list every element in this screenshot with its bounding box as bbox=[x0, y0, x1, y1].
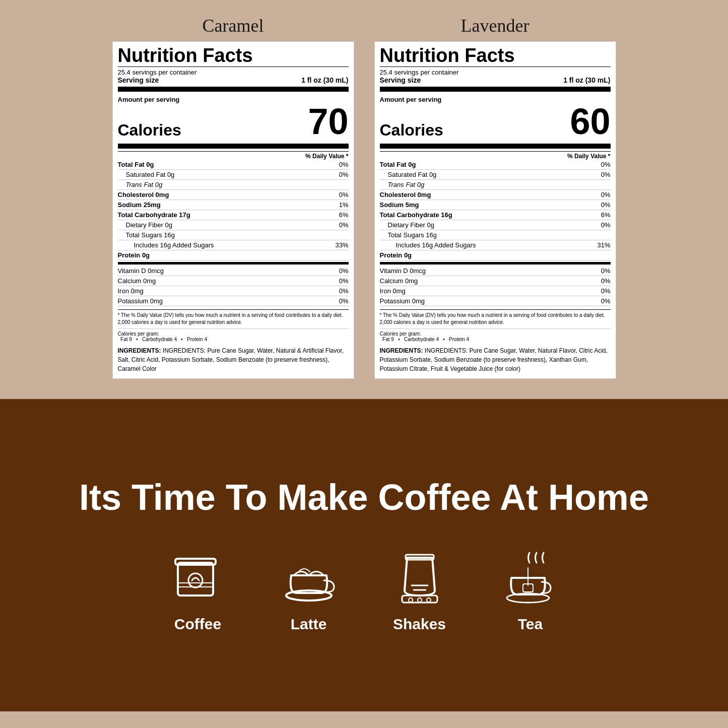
lavender-row-sugars: Total Sugars 16g bbox=[380, 230, 611, 240]
caramel-row-cholesterol: Cholesterol 0mg 0% bbox=[118, 190, 349, 200]
caramel-row-carb: Total Carbohydrate 17g 6% bbox=[118, 210, 349, 220]
caramel-iron: Iron 0mg 0% bbox=[118, 286, 349, 296]
caramel-row-sugars: Total Sugars 16g bbox=[118, 230, 349, 240]
lavender-row-sodium: Sodium 5mg 0% bbox=[380, 200, 611, 210]
caramel-row-satfat: Saturated Fat 0g 0% bbox=[118, 170, 349, 180]
lavender-thick-bar bbox=[380, 87, 611, 92]
svg-point-10 bbox=[409, 598, 413, 602]
caramel-potassium: Potassium 0mg 0% bbox=[118, 296, 349, 306]
lavender-thick-bar2 bbox=[380, 144, 611, 149]
caramel-title: Caramel bbox=[203, 15, 264, 36]
lavender-row-added-sugars: Includes 16g Added Sugars 31% bbox=[380, 240, 611, 250]
shakes-label: Shakes bbox=[393, 616, 446, 633]
icons-row: Coffee Latte bbox=[20, 548, 708, 633]
lavender-row-cholesterol: Cholesterol 0mg 0% bbox=[380, 190, 611, 200]
svg-point-2 bbox=[188, 573, 203, 587]
svg-point-11 bbox=[418, 598, 422, 602]
latte-label: Latte bbox=[291, 616, 327, 633]
lavender-serving-size-row: Serving size 1 fl oz (30 mL) bbox=[380, 76, 611, 84]
lavender-potassium: Potassium 0mg 0% bbox=[380, 296, 611, 306]
caramel-calories-section: Amount per serving Calories 70 bbox=[118, 94, 349, 141]
caramel-nf-panel: Nutrition Facts 25.4 servings per contai… bbox=[112, 41, 354, 379]
lavender-row-carb: Total Carbohydrate 16g 6% bbox=[380, 210, 611, 220]
shakes-icon bbox=[389, 548, 450, 608]
bottom-section: Its Time To Make Coffee At Home Coffee bbox=[0, 399, 728, 711]
lavender-iron: Iron 0mg 0% bbox=[380, 286, 611, 296]
tea-item: Tea bbox=[500, 548, 561, 633]
tea-icon bbox=[500, 548, 561, 608]
svg-rect-0 bbox=[178, 563, 213, 595]
lavender-ingredients: Ingredients: INGREDIENTS: Pure Cane Suga… bbox=[380, 346, 611, 373]
lavender-row-fiber: Dietary Fiber 0g 0% bbox=[380, 220, 611, 230]
caramel-vitamin-d: Vitamin D 0mcg 0% bbox=[118, 266, 349, 276]
shakes-item: Shakes bbox=[389, 548, 450, 633]
latte-item: Latte bbox=[279, 548, 339, 633]
lavender-servings: 25.4 servings per container bbox=[380, 67, 611, 76]
lavender-calcium: Calcium 0mg 0% bbox=[380, 276, 611, 286]
lavender-title: Lavender bbox=[461, 15, 530, 36]
lavender-nf-panel: Nutrition Facts 25.4 servings per contai… bbox=[374, 41, 616, 379]
caramel-row-totalfat: Total Fat 0g 0% bbox=[118, 160, 349, 170]
caramel-row-added-sugars: Includes 16g Added Sugars 33% bbox=[118, 240, 349, 250]
svg-rect-7 bbox=[402, 595, 437, 603]
lavender-row-satfat: Saturated Fat 0g 0% bbox=[380, 170, 611, 180]
latte-icon bbox=[279, 548, 339, 608]
coffee-item: Coffee bbox=[168, 548, 228, 633]
caramel-thick-bar2 bbox=[118, 144, 349, 149]
lavender-nf-title: Nutrition Facts bbox=[380, 46, 611, 65]
caramel-medium-bar bbox=[118, 262, 349, 264]
caramel-cpg: Calories per gram: Fat 9 • Carbohydrate … bbox=[118, 328, 349, 342]
coffee-icon bbox=[168, 548, 228, 608]
lavender-row-transfat: Trans Fat 0g bbox=[380, 180, 611, 190]
caramel-row-fiber: Dietary Fiber 0g 0% bbox=[118, 220, 349, 230]
lavender-column: Lavender Nutrition Facts 25.4 servings p… bbox=[374, 15, 616, 379]
caramel-serving-size-row: Serving size 1 fl oz (30 mL) bbox=[118, 76, 349, 84]
coffee-label: Coffee bbox=[174, 616, 221, 633]
caramel-nf-title: Nutrition Facts bbox=[118, 46, 349, 65]
lavender-row-protein: Protein 0g bbox=[380, 250, 611, 260]
caramel-calcium: Calcium 0mg 0% bbox=[118, 276, 349, 286]
lavender-cpg: Calories per gram: Fat 9 • Carbohydrate … bbox=[380, 328, 611, 342]
tea-label: Tea bbox=[518, 616, 543, 633]
lavender-calories-section: Amount per serving Calories 60 bbox=[380, 94, 611, 141]
caramel-thick-bar bbox=[118, 87, 349, 92]
lavender-calories-row: Calories 60 bbox=[380, 103, 611, 140]
main-tagline: Its Time To Make Coffee At Home bbox=[79, 478, 649, 517]
top-section: Caramel Nutrition Facts 25.4 servings pe… bbox=[0, 0, 728, 399]
svg-point-12 bbox=[427, 598, 431, 602]
lavender-footnote: * The % Daily Value (DV) tells you how m… bbox=[380, 309, 611, 326]
caramel-footnote: * The % Daily Value (DV) tells you how m… bbox=[118, 309, 349, 326]
caramel-row-transfat: Trans Fat 0g bbox=[118, 180, 349, 190]
caramel-column: Caramel Nutrition Facts 25.4 servings pe… bbox=[112, 15, 354, 379]
caramel-row-protein: Protein 0g bbox=[118, 250, 349, 260]
lavender-medium-bar bbox=[380, 262, 611, 264]
caramel-calories-row: Calories 70 bbox=[118, 103, 349, 140]
lavender-vitamin-d: Vitamin D 0mcg 0% bbox=[380, 266, 611, 276]
caramel-ingredients: Ingredients: INGREDIENTS: Pure Cane Suga… bbox=[118, 346, 349, 373]
caramel-row-sodium: Sodium 25mg 1% bbox=[118, 200, 349, 210]
caramel-servings: 25.4 servings per container bbox=[118, 67, 349, 76]
lavender-row-totalfat: Total Fat 0g 0% bbox=[380, 160, 611, 170]
